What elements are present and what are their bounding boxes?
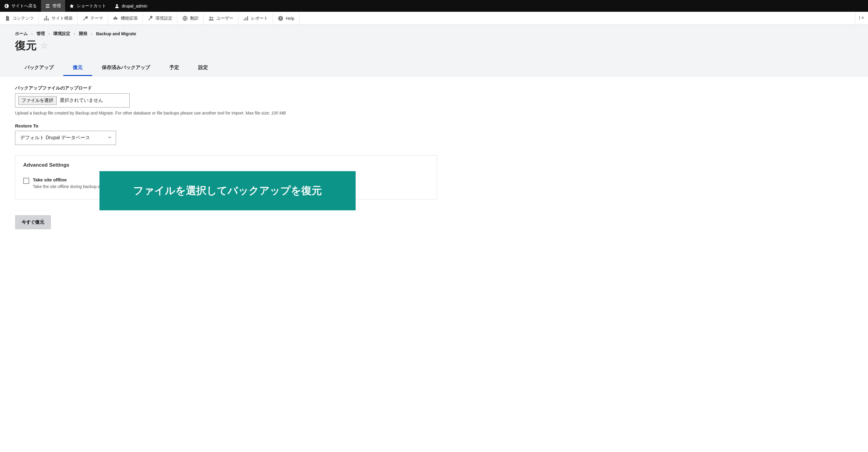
svg-rect-10 — [246, 18, 247, 21]
breadcrumb-item[interactable]: ホーム — [15, 31, 28, 36]
toolbar-reports[interactable]: レポート — [239, 12, 273, 25]
toolbar-reports-label: レポート — [251, 16, 268, 21]
shortcuts-label: ショートカット — [76, 3, 106, 9]
toolbar-people[interactable]: ユーザー — [204, 12, 239, 25]
tab-saved[interactable]: 保存済みバックアップ — [92, 60, 160, 76]
toolbar-configuration[interactable]: 環境設定 — [143, 12, 178, 25]
take-offline-checkbox[interactable] — [23, 178, 29, 184]
chart-icon — [243, 16, 249, 21]
page-title: 復元 — [15, 38, 37, 53]
breadcrumb-item[interactable]: Backup and Migrate — [96, 31, 136, 36]
puzzle-icon — [113, 16, 119, 21]
shortcuts-link[interactable]: ショートカット — [65, 0, 110, 12]
tab-restore[interactable]: 復元 — [63, 60, 92, 76]
user-icon — [115, 4, 119, 8]
toolbar-help[interactable]: ? Help — [273, 12, 300, 25]
hamburger-icon — [45, 4, 50, 8]
svg-rect-11 — [247, 16, 248, 21]
restore-now-button[interactable]: 今すぐ復元 — [15, 215, 51, 229]
toolbar-configuration-label: 環境設定 — [156, 16, 173, 21]
svg-text:?: ? — [280, 17, 282, 20]
upload-help-prefix: Upload a backup file created by Backup a… — [15, 110, 271, 116]
toolbar-translate-label: 翻訳 — [190, 16, 198, 21]
svg-point-1 — [116, 4, 118, 6]
instruction-overlay-text: ファイルを選択してバックアップを復元 — [133, 184, 322, 198]
toolbar-content-label: コンテンツ — [13, 16, 34, 21]
tab-schedule[interactable]: 予定 — [160, 60, 189, 76]
globe-icon — [182, 16, 188, 21]
tab-settings[interactable]: 設定 — [189, 60, 218, 76]
back-to-site-label: サイトへ戻る — [11, 3, 37, 9]
instruction-overlay: ファイルを選択してバックアップを復元 — [99, 171, 355, 210]
toolbar-translate[interactable]: 翻訳 — [178, 12, 204, 25]
upload-label: バックアップファイルのアップロード — [15, 85, 437, 91]
advanced-title: Advanced Settings — [23, 162, 429, 168]
breadcrumb-item[interactable]: 管理 — [36, 31, 45, 36]
star-icon — [69, 4, 74, 8]
file-selected-status: 選択されていません — [60, 97, 103, 104]
manage-toggle[interactable]: 管理 — [41, 0, 65, 12]
toolbar-structure[interactable]: サイト構築 — [39, 12, 78, 25]
restore-to-label: Restore To — [15, 123, 437, 128]
breadcrumb-item[interactable]: 環境設定 — [53, 31, 70, 36]
breadcrumb-sep: › — [91, 31, 93, 36]
favorite-star-icon[interactable]: ☆ — [40, 41, 48, 51]
wrench2-icon — [148, 16, 153, 21]
back-arrow-icon — [4, 4, 9, 8]
take-offline-label: Take site offline — [33, 177, 100, 182]
main-content: バックアップファイルのアップロード ファイルを選択 選択されていません Uplo… — [0, 76, 452, 238]
structure-icon — [44, 16, 49, 21]
svg-point-8 — [212, 17, 213, 19]
people-icon — [209, 16, 214, 21]
admin-topbar: サイトへ戻る 管理 ショートカット drupal_admin — [0, 0, 868, 12]
svg-point-7 — [210, 17, 211, 19]
svg-point-0 — [4, 4, 9, 8]
svg-rect-3 — [44, 19, 45, 21]
tabs: バックアップ 復元 保存済みバックアップ 予定 設定 — [15, 60, 853, 76]
breadcrumb-sep: › — [31, 31, 33, 36]
back-to-site-link[interactable]: サイトへ戻る — [0, 0, 41, 12]
toolbar-appearance[interactable]: テーマ — [78, 12, 108, 25]
choose-file-button[interactable]: ファイルを選択 — [19, 96, 57, 105]
toolbar-collapse[interactable] — [855, 12, 868, 25]
toolbar-people-label: ユーザー — [216, 16, 233, 21]
page-header: ホーム › 管理 › 環境設定 › 開発 › Backup and Migrat… — [0, 25, 868, 76]
svg-rect-4 — [46, 19, 47, 21]
svg-rect-2 — [46, 16, 47, 17]
breadcrumb-item[interactable]: 開発 — [79, 31, 87, 36]
wrench-icon — [83, 16, 88, 21]
manage-label: 管理 — [53, 3, 61, 9]
upload-help-size: 100 MB — [271, 110, 286, 116]
svg-rect-5 — [48, 19, 49, 21]
toolbar-structure-label: サイト構築 — [52, 16, 73, 21]
toolbar-content[interactable]: コンテンツ — [0, 12, 39, 25]
take-offline-desc: Take the site offline during backup a — [33, 184, 100, 189]
file-input[interactable]: ファイルを選択 選択されていません — [15, 93, 130, 107]
user-menu[interactable]: drupal_admin — [110, 0, 152, 12]
toolbar-help-label: Help — [286, 16, 294, 21]
restore-to-select[interactable]: デフォルト Drupal データベース — [15, 131, 116, 145]
toolbar-extend[interactable]: 機能拡張 — [108, 12, 143, 25]
user-label: drupal_admin — [122, 4, 147, 8]
svg-rect-9 — [244, 19, 245, 21]
file-icon — [5, 16, 10, 21]
toolbar-extend-label: 機能拡張 — [121, 16, 138, 21]
collapse-icon — [859, 15, 864, 22]
breadcrumb-sep: › — [49, 31, 50, 36]
breadcrumb-sep: › — [74, 31, 75, 36]
tab-backup[interactable]: バックアップ — [15, 60, 63, 76]
breadcrumb: ホーム › 管理 › 環境設定 › 開発 › Backup and Migrat… — [15, 31, 853, 36]
toolbar-appearance-label: テーマ — [90, 16, 103, 21]
admin-toolbar: コンテンツ サイト構築 テーマ 機能拡張 環境設定 翻訳 ユーザー レポート ?… — [0, 12, 868, 25]
help-icon: ? — [278, 16, 283, 21]
upload-help-text: Upload a backup file created by Backup a… — [15, 110, 437, 116]
